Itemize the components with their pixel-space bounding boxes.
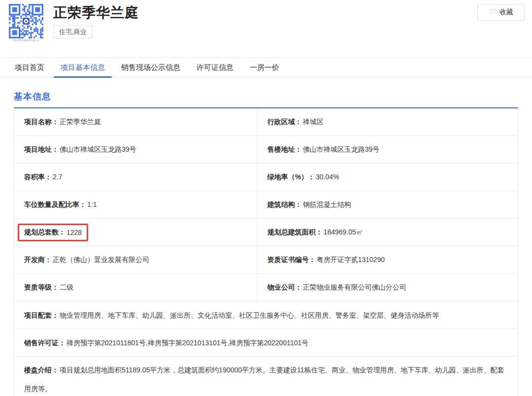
info-value: 正荣物业服务有限公司佛山分公司 xyxy=(303,283,406,291)
info-label: 建筑结构 xyxy=(267,200,302,208)
info-label: 项目地址 xyxy=(24,145,59,153)
info-cell: 绿地率（%）30.04% xyxy=(258,164,518,191)
info-cell: 项目地址佛山市禅城区玉龙路39号 xyxy=(14,136,258,163)
favorite-button[interactable]: ♡ 收藏 xyxy=(477,4,525,21)
info-label: 资质证书编号 xyxy=(267,256,316,264)
info-cell: 售楼地址佛山市禅城区玉龙路39号 xyxy=(258,136,518,163)
info-cell: 项目名称正荣季华兰庭 xyxy=(14,108,258,135)
table-row: 规划总套数1228规划总建筑面积184969.05㎡ xyxy=(14,218,518,246)
info-cell: 行政区域禅城区 xyxy=(258,108,518,135)
table-row: 项目名称正荣季华兰庭行政区域禅城区 xyxy=(14,108,518,135)
info-value: 项目规划总用地面积51189.05平方米，总建筑面积约190000平方米。主要建… xyxy=(24,366,504,393)
info-cell: 项目配套物业管理用房、地下车库、幼儿园、派出所、文化活动室、社区卫生服务中心、社… xyxy=(14,301,518,329)
favorite-label: 收藏 xyxy=(499,8,513,17)
info-cell: 资质证书编号粤房开证字贰1310290 xyxy=(258,246,518,273)
basic-info-table: 项目名称正荣季华兰庭行政区域禅城区项目地址佛山市禅城区玉龙路39号售楼地址佛山市… xyxy=(14,107,518,396)
table-row: 项目地址佛山市禅城区玉龙路39号售楼地址佛山市禅城区玉龙路39号 xyxy=(14,135,518,163)
property-type-tag: 住宅,商业 xyxy=(53,26,93,38)
qr-caption: 佛山市商品房销售信息公示 xyxy=(9,39,43,42)
tab-license-info[interactable]: 许可证信息 xyxy=(190,58,240,77)
info-label: 规划总套数 xyxy=(24,228,66,237)
qr-code: 佛山市商品房销售信息公示 xyxy=(9,4,44,45)
info-label: 行政区域 xyxy=(267,118,302,126)
info-value: 184969.05㎡ xyxy=(324,228,363,236)
tab-sales-site-publicity[interactable]: 销售现场公示信息 xyxy=(114,58,187,77)
section-title: 基本信息 xyxy=(14,91,532,102)
tab-bar: 项目首页项目基本信息销售现场公示信息许可证信息一房一价 xyxy=(0,57,532,77)
info-cell: 车位数量及配比率1:1 xyxy=(14,191,258,218)
info-value: 1:1 xyxy=(87,200,97,208)
info-cell: 开发商正乾（佛山）置业发展有限公司 xyxy=(14,246,258,273)
info-label: 项目配套 xyxy=(24,311,59,319)
table-row: 车位数量及配比率1:1建筑结构钢筋混凝土结构 xyxy=(14,191,518,218)
info-value: 佛山市禅城区玉龙路39号 xyxy=(60,145,136,153)
info-cell: 楼盘介绍项目规划总用地面积51189.05平方米，总建筑面积约190000平方米… xyxy=(14,357,518,396)
info-cell: 销售许可证禅房预字第2021011801号,禅房预字第2021013101号,禅… xyxy=(14,329,518,356)
qr-code-image xyxy=(9,4,43,38)
info-value: 正荣季华兰庭 xyxy=(60,118,101,126)
tab-project-home[interactable]: 项目首页 xyxy=(8,58,51,77)
info-label: 项目名称 xyxy=(24,118,59,126)
highlight-box: 规划总套数1228 xyxy=(18,224,88,241)
info-cell: 建筑结构钢筋混凝土结构 xyxy=(258,191,518,218)
info-label: 绿地率（%） xyxy=(267,173,315,181)
info-value: 二级 xyxy=(60,283,73,291)
info-label: 物业公司 xyxy=(267,283,302,291)
info-value: 佛山市禅城区玉龙路39号 xyxy=(303,145,380,153)
info-cell: 规划总建筑面积184969.05㎡ xyxy=(258,219,518,246)
page-title: 正荣季华兰庭 xyxy=(53,4,139,21)
page-header: 佛山市商品房销售信息公示 正荣季华兰庭 住宅,商业 xyxy=(0,0,532,45)
info-label: 资质等级 xyxy=(24,283,59,291)
tab-project-basic-info[interactable]: 项目基本信息 xyxy=(54,58,112,77)
table-row: 楼盘介绍项目规划总用地面积51189.05平方米，总建筑面积约190000平方米… xyxy=(14,356,518,396)
info-cell: 资质等级二级 xyxy=(14,274,258,301)
info-value: 钢筋混凝土结构 xyxy=(303,200,351,208)
info-value: 禅城区 xyxy=(303,118,324,126)
table-row: 资质等级二级物业公司正荣物业服务有限公司佛山分公司 xyxy=(14,273,518,301)
info-value: 2.7 xyxy=(53,173,62,181)
info-value: 禅房预字第2021011801号,禅房预字第2021013101号,禅房预字第2… xyxy=(66,339,308,347)
info-label: 楼盘介绍 xyxy=(24,366,59,374)
table-row: 容积率2.7绿地率（%）30.04% xyxy=(14,163,518,191)
tab-one-house-one-price[interactable]: 一房一价 xyxy=(243,58,286,77)
table-row: 开发商正乾（佛山）置业发展有限公司资质证书编号粤房开证字贰1310290 xyxy=(14,246,518,273)
info-value: 30.04% xyxy=(316,173,339,181)
info-cell: 物业公司正荣物业服务有限公司佛山分公司 xyxy=(258,274,518,301)
info-label: 开发商 xyxy=(24,256,52,264)
info-value: 1228 xyxy=(66,229,82,236)
info-label: 车位数量及配比率 xyxy=(24,200,86,208)
info-label: 规划总建筑面积 xyxy=(267,228,323,236)
info-label: 容积率 xyxy=(24,173,52,181)
info-cell: 容积率2.7 xyxy=(14,164,258,191)
info-label: 销售许可证 xyxy=(24,339,66,347)
table-row: 销售许可证禅房预字第2021011801号,禅房预字第2021013101号,禅… xyxy=(14,329,518,356)
heart-icon: ♡ xyxy=(489,8,496,16)
info-cell: 规划总套数1228 xyxy=(14,219,258,246)
info-value: 正乾（佛山）置业发展有限公司 xyxy=(53,256,149,264)
page: 佛山市商品房销售信息公示 正荣季华兰庭 住宅,商业 ♡ 收藏 项目首页项目基本信… xyxy=(0,0,532,396)
table-row: 项目配套物业管理用房、地下车库、幼儿园、派出所、文化活动室、社区卫生服务中心、社… xyxy=(14,301,518,329)
header-main: 正荣季华兰庭 住宅,商业 xyxy=(53,4,139,38)
info-value: 物业管理用房、地下车库、幼儿园、派出所、文化活动室、社区卫生服务中心、社区用房、… xyxy=(60,311,439,319)
info-label: 售楼地址 xyxy=(267,145,302,153)
info-value: 粤房开证字贰1310290 xyxy=(317,256,385,264)
